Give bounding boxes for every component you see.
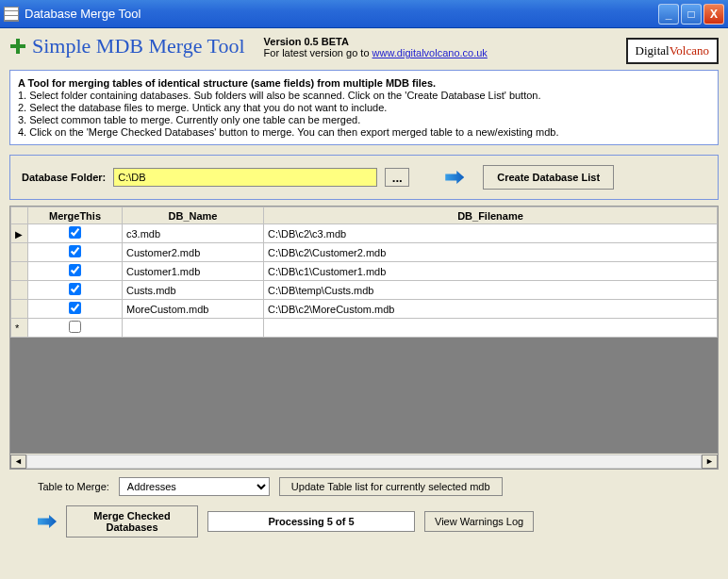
db-filename-cell[interactable]: C:\DB\c2\Customer2.mdb	[264, 243, 718, 262]
merge-checkbox-cell	[28, 319, 123, 338]
arrow-right-icon	[38, 515, 57, 528]
version-block: Version 0.5 BETA For latest version go t…	[264, 36, 488, 58]
table-select[interactable]: Addresses	[119, 477, 270, 496]
current-row-icon: ▶	[15, 229, 23, 240]
table-row[interactable]: Custs.mdbC:\DB\temp\Custs.mdb	[11, 281, 718, 300]
arrow-right-icon	[445, 171, 464, 184]
row-selector[interactable]	[11, 281, 28, 300]
row-selector[interactable]	[11, 300, 28, 319]
db-name-cell[interactable]: c3.mdb	[123, 224, 264, 243]
merge-checkbox-cell	[28, 300, 123, 319]
row-selector[interactable]	[11, 262, 28, 281]
merge-checkbox[interactable]	[69, 226, 81, 239]
instructions-panel: A Tool for merging tables of identical s…	[9, 70, 719, 145]
db-name-cell[interactable]: MoreCustom.mdb	[123, 300, 264, 319]
row-selector[interactable]	[11, 243, 28, 262]
close-button[interactable]: X	[703, 4, 724, 25]
table-row[interactable]: Customer2.mdbC:\DB\c2\Customer2.mdb	[11, 243, 718, 262]
minimize-button[interactable]: _	[658, 4, 679, 25]
brand-part-a: Digital	[636, 43, 670, 58]
bottom-controls: Table to Merge: Addresses Update Table l…	[9, 477, 719, 538]
create-database-list-button[interactable]: Create Database List	[483, 165, 614, 190]
db-name-cell[interactable]	[123, 319, 264, 338]
merge-checkbox-cell	[28, 224, 123, 243]
merge-checkbox[interactable]	[69, 283, 81, 295]
db-name-cell[interactable]: Customer2.mdb	[123, 243, 264, 262]
db-filename-cell[interactable]: C:\DB\c2\MoreCustom.mdb	[264, 300, 718, 319]
scroll-right-icon[interactable]: ►	[702, 455, 718, 469]
instruction-step: 1. Select folder containing databases. S…	[18, 90, 710, 101]
maximize-button[interactable]: □	[681, 4, 702, 25]
merge-checkbox[interactable]	[69, 302, 81, 314]
column-header[interactable]: MergeThis	[28, 207, 123, 224]
table-to-merge-label: Table to Merge:	[38, 481, 109, 492]
column-header[interactable]: DB_Name	[123, 207, 264, 224]
merge-checked-databases-button[interactable]: Merge Checked Databases	[66, 505, 198, 538]
horizontal-scrollbar[interactable]: ◄ ►	[10, 453, 718, 469]
merge-checkbox[interactable]	[69, 264, 81, 276]
database-grid: MergeThis DB_Name DB_Filename ▶c3.mdbC:\…	[9, 206, 719, 470]
row-header-blank	[11, 207, 28, 224]
db-name-cell[interactable]: Customer1.mdb	[123, 262, 264, 281]
merge-checkbox[interactable]	[69, 245, 81, 257]
instruction-step: 3. Select common table to merge. Current…	[18, 114, 710, 125]
latest-prefix: For latest version go to	[264, 47, 372, 58]
merge-checkbox[interactable]	[69, 321, 81, 333]
website-link[interactable]: www.digitalvolcano.co.uk	[372, 47, 488, 58]
brand-logo: DigitalVolcano	[626, 38, 719, 64]
scroll-track[interactable]	[26, 455, 702, 469]
browse-button[interactable]: ...	[385, 168, 409, 187]
table-row[interactable]: ▶c3.mdbC:\DB\c2\c3.mdb	[11, 224, 718, 243]
merge-checkbox-cell	[28, 281, 123, 300]
brand-part-b: Volcano	[670, 43, 709, 58]
header: Simple MDB Merge Tool Version 0.5 BETA F…	[9, 34, 719, 64]
grid-header-row: MergeThis DB_Name DB_Filename	[11, 207, 718, 224]
version-text: Version 0.5 BETA	[264, 36, 349, 47]
folder-input[interactable]	[113, 168, 377, 187]
merge-checkbox-cell	[28, 262, 123, 281]
window-title: Database Merge Tool	[25, 7, 658, 21]
plus-icon	[9, 38, 26, 55]
row-selector[interactable]: ▶	[11, 224, 28, 243]
db-filename-cell[interactable]	[264, 319, 718, 338]
column-header[interactable]: DB_Filename	[264, 207, 718, 224]
scroll-left-icon[interactable]: ◄	[10, 455, 26, 469]
table-row[interactable]: Customer1.mdbC:\DB\c1\Customer1.mdb	[11, 262, 718, 281]
update-table-list-button[interactable]: Update Table list for currently selected…	[279, 477, 503, 496]
db-filename-cell[interactable]: C:\DB\temp\Custs.mdb	[264, 281, 718, 300]
titlebar: Database Merge Tool _ □ X	[0, 0, 728, 28]
folder-label: Database Folder:	[22, 172, 106, 183]
db-filename-cell[interactable]: C:\DB\c1\Customer1.mdb	[264, 262, 718, 281]
table-row[interactable]: MoreCustom.mdbC:\DB\c2\MoreCustom.mdb	[11, 300, 718, 319]
db-filename-cell[interactable]: C:\DB\c2\c3.mdb	[264, 224, 718, 243]
new-row[interactable]: *	[11, 319, 718, 338]
instruction-step: 2. Select the database files to merge. U…	[18, 102, 710, 113]
merge-checkbox-cell	[28, 243, 123, 262]
new-row-icon: *	[11, 319, 28, 338]
db-name-cell[interactable]: Custs.mdb	[123, 281, 264, 300]
status-text: Processing 5 of 5	[207, 511, 415, 532]
view-warnings-log-button[interactable]: View Warnings Log	[424, 511, 534, 532]
app-title: Simple MDB Merge Tool	[32, 34, 245, 58]
window-controls: _ □ X	[658, 4, 724, 25]
folder-panel: Database Folder: ... Create Database Lis…	[9, 155, 719, 200]
app-icon	[4, 7, 19, 22]
instruction-step: 4. Click on the 'Merge Checked Databases…	[18, 126, 710, 138]
instructions-heading: A Tool for merging tables of identical s…	[18, 77, 710, 89]
